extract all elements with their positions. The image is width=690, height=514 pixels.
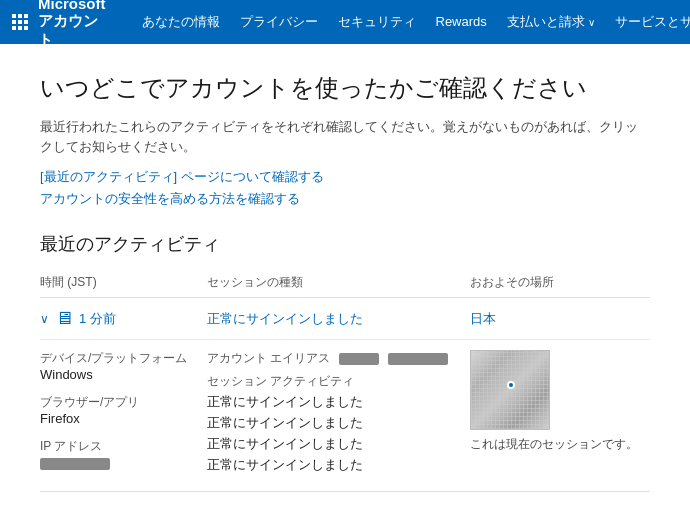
- device-icon: 🖥: [55, 308, 73, 329]
- time-cell: ∨ 🖥 1 分前: [40, 298, 173, 340]
- session-activity-item-4: 正常にサインインしました: [207, 455, 454, 476]
- col-header-location: おおよその場所: [462, 268, 650, 298]
- main-content: いつどこでアカウントを使ったかご確認ください 最近行われたこれらのアクティビティ…: [0, 44, 690, 512]
- session-type-value: 正常にサインインしました: [207, 311, 363, 326]
- session-activity-item-3: 正常にサインインしました: [207, 434, 454, 455]
- section-title-activity: 最近のアクティビティ: [40, 232, 650, 256]
- nav-item-billing[interactable]: 支払いと請求: [497, 0, 605, 45]
- account-alias-label: アカウント エイリアス: [207, 350, 330, 367]
- alias-blur1: [339, 353, 379, 365]
- current-session-label: これは現在のセッションです。: [470, 436, 638, 453]
- brand-name: Microsoft アカウント: [38, 0, 106, 50]
- page-title: いつどこでアカウントを使ったかご確認ください: [40, 72, 650, 103]
- chevron-down-icon[interactable]: ∨: [40, 312, 49, 326]
- browser-app-label: ブラウザー/アプリ: [40, 394, 191, 411]
- table-row-main[interactable]: ∨ 🖥 1 分前 正常にサインインしました 日本: [40, 298, 650, 340]
- ms-grid-icon[interactable]: [12, 14, 28, 30]
- session-activity-label: セッション アクティビティ: [207, 373, 454, 390]
- device-platform-value: Windows: [40, 367, 191, 382]
- link-account-security[interactable]: アカウントの安全性を高める方法を確認する: [40, 190, 650, 208]
- ip-label: IP アドレス: [40, 438, 191, 455]
- ip-block: IP アドレス: [40, 438, 191, 470]
- detail-session-cell: アカウント エイリアス セッション アクティビティ 正常にサインインしました 正…: [199, 340, 462, 492]
- col-header-session-type: セッションの種類: [199, 268, 462, 298]
- map-thumbnail: [470, 350, 550, 430]
- nav-item-info[interactable]: あなたの情報: [132, 0, 230, 44]
- location-cell: 日本: [462, 298, 650, 340]
- map-location-dot: [507, 381, 515, 389]
- time-value: 1 分前: [79, 310, 116, 328]
- link-recent-activity[interactable]: [最近のアクティビティ] ページについて確認する: [40, 168, 650, 186]
- account-alias-row: アカウント エイリアス: [207, 350, 454, 367]
- browser-app-block: ブラウザー/アプリ Firefox: [40, 394, 191, 426]
- session-activity-item-2: 正常にサインインしました: [207, 413, 454, 434]
- detail-map-cell: これは現在のセッションです。: [462, 340, 650, 492]
- col-header-time: 時間 (JST): [40, 268, 173, 298]
- empty-cell: [173, 298, 198, 340]
- session-type-cell: 正常にサインインしました: [199, 298, 462, 340]
- nav-item-rewards[interactable]: Rewards: [426, 0, 497, 44]
- activity-table: 時間 (JST) セッションの種類 おおよその場所 ∨ 🖥 1 分前: [40, 268, 650, 492]
- nav-item-services[interactable]: サービスとサブスクリプ...: [605, 0, 690, 44]
- col-header-empty: [173, 268, 198, 298]
- nav-bar: Microsoft アカウント あなたの情報 プライバシー セキュリティ Rew…: [0, 0, 690, 44]
- nav-item-security[interactable]: セキュリティ: [328, 0, 426, 44]
- device-platform-label: デバイス/プラットフォーム: [40, 350, 191, 367]
- ip-blur: [40, 458, 110, 470]
- session-activity-block: セッション アクティビティ 正常にサインインしました 正常にサインインしました …: [207, 373, 454, 475]
- nav-item-privacy[interactable]: プライバシー: [230, 0, 328, 44]
- table-row-detail: デバイス/プラットフォーム Windows ブラウザー/アプリ Firefox …: [40, 340, 650, 492]
- session-activity-item-1: 正常にサインインしました: [207, 392, 454, 413]
- ip-value: [40, 455, 191, 470]
- device-platform-block: デバイス/プラットフォーム Windows: [40, 350, 191, 382]
- browser-app-value: Firefox: [40, 411, 191, 426]
- location-value: 日本: [470, 311, 496, 326]
- alias-blur2: [388, 353, 448, 365]
- detail-left-cell: デバイス/プラットフォーム Windows ブラウザー/アプリ Firefox …: [40, 340, 199, 492]
- page-subtitle: 最近行われたこれらのアクティビティをそれぞれ確認してください。覚えがないものがあ…: [40, 117, 650, 156]
